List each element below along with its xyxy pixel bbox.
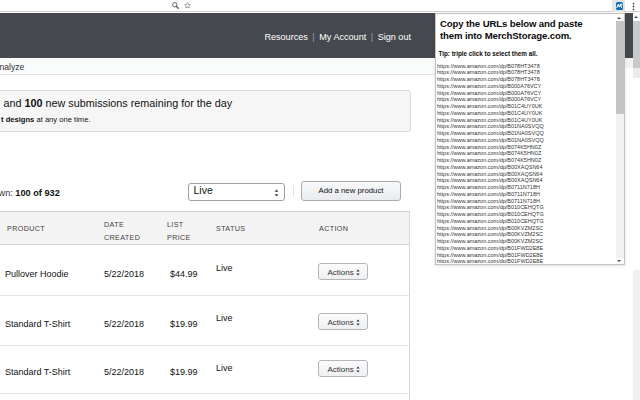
url-line: https://www.amazon.com/dp/B00KVZM2SC <box>437 225 617 232</box>
products-table: PRODUCT DATECREATED LISTPRICE STATUS ACT… <box>0 211 410 400</box>
cell-price: $19.99 <box>170 319 198 329</box>
url-line: https://www.amazon.com/dp/B010CEHQTG <box>437 204 617 211</box>
col-action: ACTION <box>319 225 348 232</box>
products-shown-count: wn: 100 of 932 <box>0 188 60 198</box>
url-list[interactable]: https://www.amazon.com/dp/B078HT3478http… <box>437 63 617 264</box>
url-line: https://www.amazon.com/dp/B0711N718H <box>437 191 617 198</box>
banner-line1: and 100 new submissions remaining for th… <box>4 97 233 109</box>
window-scrollbar-up-button[interactable] <box>633 13 640 21</box>
url-line: https://www.amazon.com/dp/B000A76VCY <box>437 96 617 103</box>
cell-price: $44.99 <box>170 269 198 279</box>
scroll-up-arrow-icon <box>617 17 621 19</box>
tabstrip-gap-patch <box>624 58 633 69</box>
browser-kebab-menu-icon[interactable] <box>631 2 636 11</box>
cell-status: Live <box>216 363 233 373</box>
banner-line2: t designs at any one time. <box>1 115 91 124</box>
cell-date: 5/22/2018 <box>104 367 144 377</box>
url-line: https://www.amazon.com/dp/B01FWD2E8E <box>437 258 617 263</box>
actions-button-label: Actions <box>328 365 354 374</box>
browser-toolbar <box>0 0 640 12</box>
actions-arrows-icon <box>356 366 360 373</box>
col-date-created: DATECREATED <box>104 219 140 244</box>
scroll-up-arrow-icon <box>634 16 638 18</box>
actions-button[interactable]: Actions <box>318 360 368 378</box>
actions-arrows-icon <box>356 269 360 276</box>
url-line: https://www.amazon.com/dp/B00KVZM2SC <box>437 238 617 245</box>
url-line: https://www.amazon.com/dp/B000A76VCY <box>437 83 617 90</box>
popup-title: Copy the URLs below and paste them into … <box>440 18 592 43</box>
url-line: https://www.amazon.com/dp/B00KVZM2SC <box>437 231 617 238</box>
url-line: https://www.amazon.com/dp/B01C4UY0UK <box>437 117 617 124</box>
url-line: https://www.amazon.com/dp/B074K5HN0Z <box>437 144 617 151</box>
url-line: https://www.amazon.com/dp/B078HT3478 <box>437 76 617 83</box>
url-line: https://www.amazon.com/dp/B01FWD2E8E <box>437 245 617 252</box>
url-line: https://www.amazon.com/dp/B0711N718H <box>437 198 617 205</box>
window-scrollbar-track-light <box>633 68 640 78</box>
screen: Resources|My Account|Sign out nalyze and… <box>0 0 640 400</box>
actions-button-label: Actions <box>328 318 354 327</box>
url-line: https://www.amazon.com/dp/B01C4UY0UK <box>437 103 617 110</box>
actions-button[interactable]: Actions <box>318 263 368 281</box>
popup-scrollbar[interactable] <box>616 15 624 264</box>
bottom-right-scroll-strip <box>633 270 640 400</box>
submissions-banner: and 100 new submissions remaining for th… <box>0 90 411 132</box>
status-filter-value: Live <box>194 184 213 196</box>
url-line: https://www.amazon.com/dp/B074K5HN0Z <box>437 157 617 164</box>
merchstorage-extension-icon[interactable] <box>616 2 624 10</box>
nav-my-account-link[interactable]: My Account <box>319 32 366 42</box>
url-line: https://www.amazon.com/dp/B078HT3478 <box>437 63 617 70</box>
popup-scroll-thumb[interactable] <box>616 21 624 114</box>
url-line: https://www.amazon.com/dp/B01NA0SVQQ <box>437 137 617 144</box>
actions-button[interactable]: Actions <box>318 313 368 331</box>
table-row: Standard T-Shirt 5/22/2018 $19.99 Live A… <box>0 296 409 347</box>
url-line: https://www.amazon.com/dp/B01FWD2E8E <box>437 252 617 259</box>
url-line: https://www.amazon.com/dp/B010CEHQTG <box>437 218 617 225</box>
table-row: Pullover Hoodie 5/22/2018 $44.99 Live Ac… <box>0 245 409 296</box>
url-line: https://www.amazon.com/dp/B074K5HN0Z <box>437 150 617 157</box>
nav-separator: | <box>308 32 319 42</box>
cell-product: Standard T-Shirt <box>5 319 70 329</box>
url-line: https://www.amazon.com/dp/B00XAQSN64 <box>437 177 617 184</box>
nav-resources-link[interactable]: Resources <box>264 32 307 42</box>
url-line: https://www.amazon.com/dp/B01NA0SVQQ <box>437 123 617 130</box>
col-status: STATUS <box>216 225 245 232</box>
url-line: https://www.amazon.com/dp/B00XAQSN64 <box>437 164 617 171</box>
status-filter-select[interactable]: Live <box>188 183 285 201</box>
actions-arrows-icon <box>356 319 360 326</box>
cell-price: $19.99 <box>170 367 198 377</box>
url-line: https://www.amazon.com/dp/B010CEHQTG <box>437 211 617 218</box>
scroll-down-arrow-icon <box>617 260 621 262</box>
cell-product: Standard T-Shirt <box>5 367 70 377</box>
table-row: Standard T-Shirt 5/22/2018 $19.99 Live A… <box>0 346 409 394</box>
url-line: https://www.amazon.com/dp/B078HT3478 <box>437 69 617 76</box>
actions-button-label: Actions <box>328 268 354 277</box>
table-header: PRODUCT DATECREATED LISTPRICE STATUS ACT… <box>0 212 409 245</box>
select-arrows-icon <box>274 189 279 197</box>
controls-divider <box>293 186 294 197</box>
tab-analyze[interactable]: nalyze <box>0 62 24 72</box>
cell-status: Live <box>216 313 233 323</box>
url-line: https://www.amazon.com/dp/B00XAQSN64 <box>437 171 617 178</box>
nav-sign-out-link[interactable]: Sign out <box>378 32 411 42</box>
navbar-links: Resources|My Account|Sign out <box>264 32 411 42</box>
popup-tip: Tip: triple click to select them all. <box>439 50 538 57</box>
cell-date: 5/22/2018 <box>104 319 144 329</box>
url-line: https://www.amazon.com/dp/B01NA0SVQQ <box>437 130 617 137</box>
zoom-magnifier-icon[interactable] <box>172 2 179 9</box>
page-tabstrip: nalyze <box>0 58 435 75</box>
cell-product: Pullover Hoodie <box>5 269 69 279</box>
cell-status: Live <box>216 263 233 273</box>
nav-separator: | <box>366 32 377 42</box>
popup-scroll-down-button[interactable] <box>616 258 624 264</box>
col-product: PRODUCT <box>7 225 45 232</box>
url-line: https://www.amazon.com/dp/B000A76VCY <box>437 90 617 97</box>
url-line: https://www.amazon.com/dp/B0711N718H <box>437 184 617 191</box>
col-list-price: LISTPRICE <box>167 219 191 244</box>
add-new-product-button[interactable]: Add a new product <box>301 181 401 201</box>
window-scrollbar-track[interactable] <box>633 21 640 69</box>
popup-scroll-track[interactable] <box>616 114 624 258</box>
bookmark-star-icon[interactable] <box>184 2 191 9</box>
extension-popup: Copy the URLs below and paste them into … <box>435 13 625 265</box>
url-line: https://www.amazon.com/dp/B01C4UY0UK <box>437 110 617 117</box>
cell-date: 5/22/2018 <box>104 269 144 279</box>
